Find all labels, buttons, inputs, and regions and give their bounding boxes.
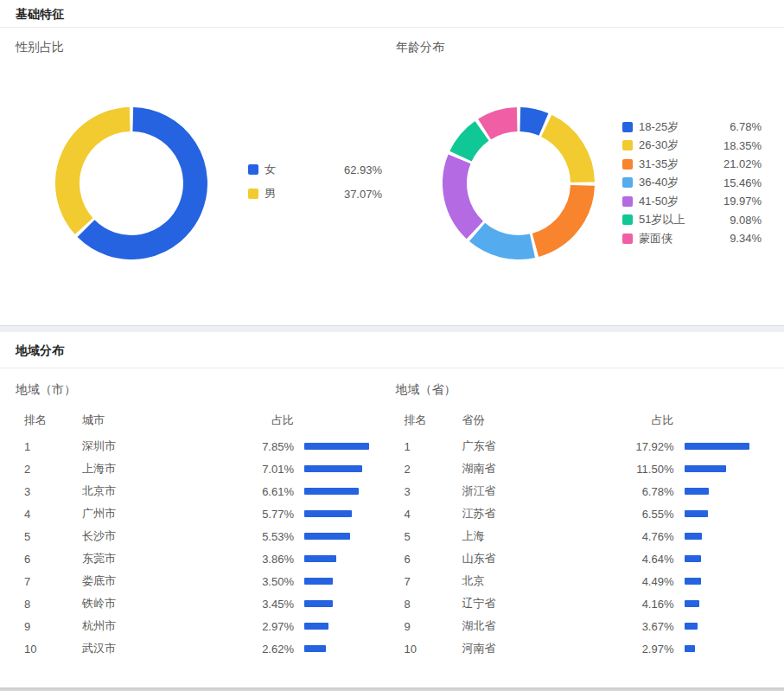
- legend-value: 62.93%: [344, 163, 382, 176]
- region-distribution-card: 地域分布 地域（市） 排名 城市 占比 1深圳市7.85%2上海市7.01%3北…: [0, 332, 784, 687]
- pct-bar: [685, 488, 709, 495]
- table-row: 7北京4.49%: [405, 570, 784, 592]
- name-cell: 长沙市: [82, 528, 216, 544]
- legend-swatch-icon: [622, 234, 633, 244]
- pct-bar: [304, 488, 359, 495]
- table-row: 1广东省17.92%: [405, 435, 784, 457]
- table-row: 8铁岭市3.45%: [24, 592, 405, 615]
- header-pct: 占比: [596, 413, 674, 428]
- donut-segment-男[interactable]: [67, 119, 130, 227]
- donut-segment-18-25岁[interactable]: [520, 119, 544, 125]
- legend-value: 6.78%: [730, 120, 762, 133]
- legend-item[interactable]: 女62.93%: [248, 157, 382, 182]
- legend-swatch-icon: [622, 177, 633, 188]
- donut-segment-31-35岁[interactable]: [535, 185, 582, 245]
- name-cell: 山东省: [462, 551, 596, 566]
- age-donut-chart[interactable]: [443, 107, 595, 259]
- pct-cell: 3.50%: [216, 575, 294, 588]
- pct-cell: 5.77%: [216, 508, 294, 521]
- pct-cell: 5.53%: [216, 530, 294, 543]
- legend-item[interactable]: 51岁以上9.08%: [622, 211, 762, 230]
- donut-segment-蒙面侠[interactable]: [485, 119, 518, 129]
- rank-cell: 10: [405, 643, 462, 656]
- pct-bar: [304, 578, 333, 585]
- age-chart-title: 年龄分布: [396, 40, 444, 55]
- pct-cell: 4.64%: [596, 553, 674, 566]
- name-cell: 湖南省: [462, 461, 596, 477]
- name-cell: 杭州市: [82, 618, 216, 634]
- legend-label: 18-25岁: [639, 119, 679, 135]
- name-cell: 河南省: [462, 641, 596, 656]
- legend-swatch-icon: [622, 122, 633, 132]
- legend-value: 15.46%: [723, 176, 762, 189]
- legend-value: 37.07%: [344, 188, 382, 201]
- table-row: 9湖北省3.67%: [405, 615, 784, 637]
- donut-segment-26-30岁[interactable]: [546, 125, 583, 182]
- charts-row: 性别占比 年龄分布 女62.93%男37.07% 18-25岁6.78%26-3…: [0, 28, 784, 325]
- legend-swatch-icon: [248, 189, 258, 199]
- pct-bar: [685, 645, 695, 652]
- city-table-panel: 地域（市） 排名 城市 占比 1深圳市7.85%2上海市7.01%3北京市6.6…: [24, 368, 405, 660]
- pct-cell: 7.85%: [216, 440, 294, 453]
- table-row: 6东莞市3.86%: [24, 547, 405, 570]
- name-cell: 江苏省: [462, 506, 596, 521]
- province-table-header: 排名 省份 占比: [405, 409, 784, 432]
- legend-label: 36-40岁: [639, 175, 679, 190]
- rank-cell: 3: [24, 485, 82, 498]
- legend-item[interactable]: 36-40岁15.46%: [622, 174, 762, 193]
- pct-cell: 3.67%: [596, 620, 674, 633]
- donut-segment-41-50岁[interactable]: [455, 159, 475, 230]
- table-row: 6山东省4.64%: [405, 547, 784, 570]
- rank-cell: 7: [24, 575, 82, 588]
- pct-cell: 7.01%: [216, 463, 294, 476]
- rank-cell: 10: [24, 643, 82, 656]
- pct-cell: 3.86%: [216, 553, 294, 566]
- pct-bar: [685, 555, 701, 562]
- rank-cell: 9: [405, 620, 462, 633]
- pct-bar: [304, 510, 352, 517]
- pct-cell: 4.49%: [596, 575, 674, 588]
- name-cell: 武汉市: [82, 641, 216, 656]
- pct-bar: [304, 465, 362, 472]
- region-columns: 地域（市） 排名 城市 占比 1深圳市7.85%2上海市7.01%3北京市6.6…: [0, 368, 784, 660]
- province-table-title: 地域（省）: [396, 382, 784, 398]
- legend-swatch-icon: [248, 164, 258, 175]
- legend-label: 26-30岁: [639, 138, 679, 153]
- name-cell: 上海: [462, 528, 596, 544]
- gender-donut-chart[interactable]: [55, 107, 207, 259]
- rank-cell: 8: [405, 598, 462, 611]
- pct-bar: [304, 555, 336, 562]
- name-cell: 北京: [462, 573, 596, 589]
- legend-item[interactable]: 男37.07%: [248, 182, 382, 206]
- table-row: 8辽宁省4.16%: [405, 592, 784, 615]
- table-row: 3北京市6.61%: [24, 480, 405, 502]
- legend-item[interactable]: 蒙面侠9.34%: [622, 229, 762, 248]
- legend-item[interactable]: 18-25岁6.78%: [622, 118, 762, 137]
- header-pct: 占比: [216, 413, 294, 428]
- donut-segment-36-40岁[interactable]: [477, 232, 532, 247]
- pct-cell: 6.55%: [596, 508, 674, 521]
- table-row: 2湖南省11.50%: [405, 457, 784, 480]
- legend-item[interactable]: 41-50岁19.97%: [622, 192, 762, 211]
- pct-bar: [685, 600, 699, 607]
- pct-bar: [304, 533, 350, 540]
- legend-label: 女: [265, 162, 276, 177]
- gender-legend: 女62.93%男37.07%: [248, 157, 382, 206]
- pct-bar: [304, 623, 328, 630]
- province-table-panel: 地域（省） 排名 省份 占比 1广东省17.92%2湖南省11.50%3浙江省6…: [405, 368, 784, 660]
- name-cell: 娄底市: [82, 573, 216, 589]
- table-row: 3浙江省6.78%: [405, 480, 784, 502]
- name-cell: 广州市: [82, 506, 216, 521]
- basic-features-card: 基础特征 性别占比 年龄分布 女62.93%男37.07% 18-25岁6.78…: [0, 0, 784, 325]
- name-cell: 浙江省: [462, 483, 596, 499]
- table-row: 2上海市7.01%: [24, 457, 405, 480]
- legend-item[interactable]: 31-35岁21.02%: [622, 155, 762, 174]
- table-row: 5上海4.76%: [405, 525, 784, 547]
- legend-item[interactable]: 26-30岁18.35%: [622, 137, 762, 156]
- city-table-rows: 1深圳市7.85%2上海市7.01%3北京市6.61%4广州市5.77%5长沙市…: [24, 435, 405, 660]
- donut-segment-51岁以上[interactable]: [461, 131, 482, 156]
- gender-chart-title: 性别占比: [16, 40, 64, 55]
- legend-value: 9.08%: [730, 214, 762, 227]
- name-cell: 湖北省: [462, 618, 596, 634]
- rank-cell: 2: [405, 463, 462, 476]
